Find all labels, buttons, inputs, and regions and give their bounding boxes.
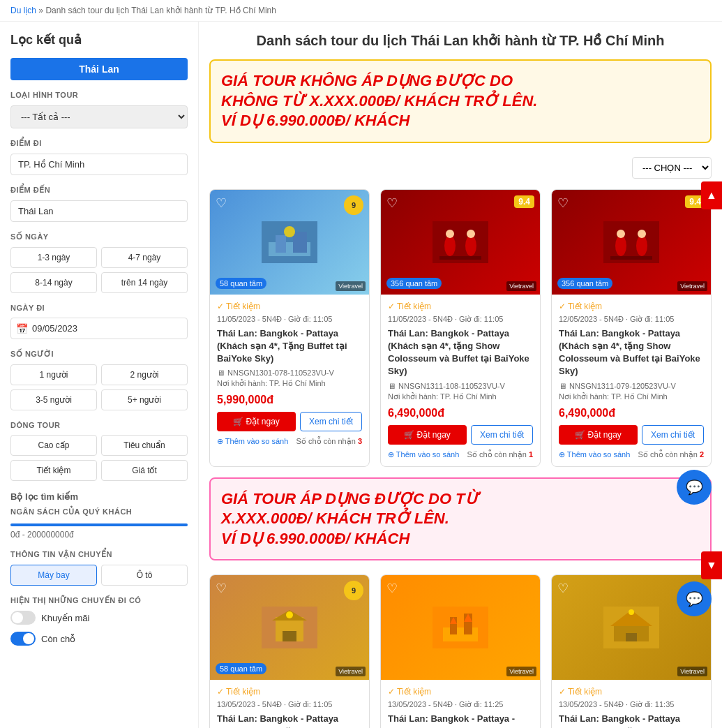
- sort-select[interactable]: --- CHỌN ---: [632, 157, 712, 179]
- filter-diem-di: ĐIỂM ĐI: [10, 139, 188, 175]
- svg-rect-31: [626, 633, 637, 641]
- svg-point-7: [465, 235, 476, 256]
- diem-di-input[interactable]: [10, 154, 188, 175]
- so-nguoi-3-5[interactable]: 3-5 người: [10, 389, 97, 410]
- price-row-2: 6,490,000đ: [388, 407, 533, 419]
- toggle-khuyen-mai-knob: [12, 612, 23, 623]
- heart-btn-3[interactable]: ♡: [557, 195, 569, 211]
- so-nguoi-5-plus[interactable]: 5+ người: [101, 389, 188, 410]
- scroll-up-arrow[interactable]: ▲: [701, 181, 722, 209]
- tour-name-6: Thái Lan: Bangkok - Pattaya (Khách sạn 4…: [559, 713, 704, 728]
- slots-2: Số chỗ còn nhận 1: [467, 450, 533, 459]
- price-row-1: 5,990,000đ: [217, 394, 362, 406]
- detail-btn-2[interactable]: Xem chi tiết: [471, 425, 533, 445]
- transport-may-bay[interactable]: Máy bay: [10, 565, 97, 586]
- price-range-bar[interactable]: [10, 523, 188, 526]
- tour-img-3: ♡ 9.4 356 quan tâm Vietravel: [552, 190, 711, 295]
- svg-point-32: [629, 609, 634, 615]
- tour-type-5: ✓ Tiết kiệm: [388, 687, 533, 697]
- so-nguoi-2[interactable]: 2 người: [101, 364, 188, 385]
- so-ngay-8-14[interactable]: 8-14 ngày: [10, 272, 97, 293]
- tour-code-value-1: NNSGN1301-078-110523VU-V: [227, 369, 334, 377]
- loai-hinh-tour-select[interactable]: --- Tất cả ---: [10, 105, 188, 128]
- diem-den-input[interactable]: [10, 200, 188, 222]
- filter-diem-den: ĐIỂM ĐẾN: [10, 186, 188, 222]
- ngay-di-input[interactable]: [10, 318, 188, 339]
- svg-point-9: [467, 230, 475, 238]
- filter-ngay-di: NGÀY ĐI 📅: [10, 304, 188, 339]
- tour-thumbnail-1: [262, 221, 317, 263]
- so-ngay-tren-14[interactable]: trên 14 ngày: [101, 272, 188, 293]
- tour-name-5: Thái Lan: Bangkok - Pattaya - Ayutthaya …: [388, 713, 533, 728]
- promo-banner-1: GIÁ TOUR KHÔNG ÁP DỤNG ĐƯỢC DO KHÔNG TỪ …: [209, 59, 712, 143]
- diem-den-label: ĐIỂM ĐẾN: [10, 186, 188, 195]
- svg-rect-10: [439, 256, 481, 260]
- tour-date-2: 11/05/2023 - 5N4Đ · Giờ đi: 11:05: [388, 315, 533, 324]
- so-ngay-1-3[interactable]: 1-3 ngày: [10, 247, 97, 268]
- tour-img-placeholder-5: [381, 575, 540, 680]
- slots-count-1: 3: [358, 437, 362, 445]
- svg-rect-20: [283, 631, 296, 641]
- dong-tour-tieu-chuan[interactable]: Tiêu chuẩn: [101, 435, 188, 456]
- compare-link-1[interactable]: ⊕ Thêm vào so sánh: [217, 437, 288, 446]
- so-nguoi-label: SỐ NGƯỜI: [10, 350, 188, 359]
- svg-point-14: [617, 230, 625, 238]
- tour-card-5: ♡ Vietravel ✓ Tiết kiệm 13/05/2023 - 5N4…: [380, 574, 541, 728]
- tour-date-4: 13/05/2023 - 5N4Đ · Giờ đi: 11:05: [217, 700, 362, 709]
- tour-grid-row-1: ♡ 9 58 quan tâm Vietravel ✓ Tiết kiệm 11…: [209, 189, 712, 467]
- svg-rect-2: [276, 235, 286, 253]
- so-ngay-4-7[interactable]: 4-7 ngày: [101, 247, 188, 268]
- tour-card-1: ♡ 9 58 quan tâm Vietravel ✓ Tiết kiệm 11…: [209, 189, 370, 467]
- heart-btn-1[interactable]: ♡: [216, 195, 227, 211]
- dong-tour-cao-cap[interactable]: Cao cấp: [10, 435, 97, 456]
- toggle-khuyen-mai[interactable]: [10, 611, 36, 625]
- compare-link-3[interactable]: ⊕ Thêm vào so sánh: [559, 450, 630, 459]
- toggle-con-cho-row: Còn chỗ: [10, 632, 188, 646]
- chat-button-1[interactable]: 💬: [677, 470, 712, 505]
- promo-text-2-line1: GIÁ TOUR ÁP DỤNG ĐƯỢC DO TỪ: [221, 489, 700, 510]
- tour-views-2: 356 quan tâm: [386, 278, 442, 289]
- scroll-down-arrow[interactable]: ▼: [701, 551, 722, 579]
- toggle-con-cho[interactable]: [10, 632, 36, 646]
- tour-card-2: ♡ 9.4 356 quan tâm Vietravel ✓ Tiết kiệm…: [380, 189, 541, 467]
- so-nguoi-1[interactable]: 1 người: [10, 364, 97, 385]
- compare-link-2[interactable]: ⊕ Thêm vào so sánh: [388, 450, 459, 459]
- svg-rect-23: [443, 627, 478, 641]
- tour-img-1: ♡ 9 58 quan tâm Vietravel: [210, 190, 369, 295]
- chat-button-2[interactable]: 💬: [677, 581, 712, 616]
- promo-text-2-line2: X.XXX.000Đ/ KHÁCH TRỞ LÊN.: [221, 509, 700, 529]
- svg-point-15: [638, 230, 646, 238]
- detail-btn-1[interactable]: Xem chi tiết: [300, 412, 362, 431]
- book-btn-1[interactable]: 🛒 Đặt ngay: [217, 412, 296, 431]
- tour-name-1: Thái Lan: Bangkok - Pattaya (Khách sạn 4…: [217, 327, 362, 366]
- toggle-khuyen-mai-row: Khuyến mãi: [10, 611, 188, 625]
- tour-img-2: ♡ 9.4 356 quan tâm Vietravel: [381, 190, 540, 295]
- vietravel-badge-1: Vietravel: [336, 281, 366, 291]
- tour-thumbnail-2: [433, 221, 488, 263]
- tour-views-4: 58 quan tâm: [216, 663, 266, 674]
- tour-type-2: ✓ Tiết kiệm: [388, 302, 533, 311]
- tour-date-5: 13/05/2023 - 5N4Đ · Giờ đi: 11:25: [388, 700, 533, 709]
- active-filter[interactable]: Thái Lan: [10, 58, 188, 80]
- filter-so-nguoi: SỐ NGƯỜI 1 người 2 người 3-5 người 5+ ng…: [10, 350, 188, 410]
- breadcrumb-home[interactable]: Du lịch: [10, 6, 36, 15]
- transport-o-to[interactable]: Ô tô: [101, 565, 188, 586]
- tour-name-3: Thái Lan: Bangkok - Pattaya (Khách sạn 4…: [559, 327, 704, 378]
- tour-code-value-3: NNSGN1311-079-120523VU-V: [569, 382, 676, 390]
- dong-tour-gia-tot[interactable]: Giá tốt: [101, 460, 188, 481]
- heart-btn-2[interactable]: ♡: [386, 195, 398, 211]
- book-btn-2[interactable]: 🛒 Đặt ngay: [388, 425, 467, 445]
- rating-badge-2: 9.4: [514, 195, 534, 208]
- heart-btn-6[interactable]: ♡: [557, 581, 569, 596]
- dong-tour-tiet-kiem[interactable]: Tiết kiệm: [10, 460, 97, 481]
- svg-point-12: [615, 235, 626, 256]
- detail-btn-3[interactable]: Xem chi tiết: [642, 425, 704, 445]
- dong-tour-label: DÒNG TOUR: [10, 421, 188, 429]
- tour-name-4: Thái Lan: Bangkok - Pattaya (Khách sạn 4…: [217, 713, 362, 728]
- tour-thumbnail-5: [433, 607, 488, 648]
- book-btn-3[interactable]: 🛒 Đặt ngay: [559, 425, 638, 445]
- heart-btn-4[interactable]: ♡: [216, 581, 227, 596]
- tour-thumbnail-6: [603, 607, 659, 648]
- heart-btn-5[interactable]: ♡: [386, 581, 398, 596]
- tour-info-6: ✓ Tiết kiệm 13/05/2023 - 5N4Đ · Giờ đi: …: [552, 680, 711, 728]
